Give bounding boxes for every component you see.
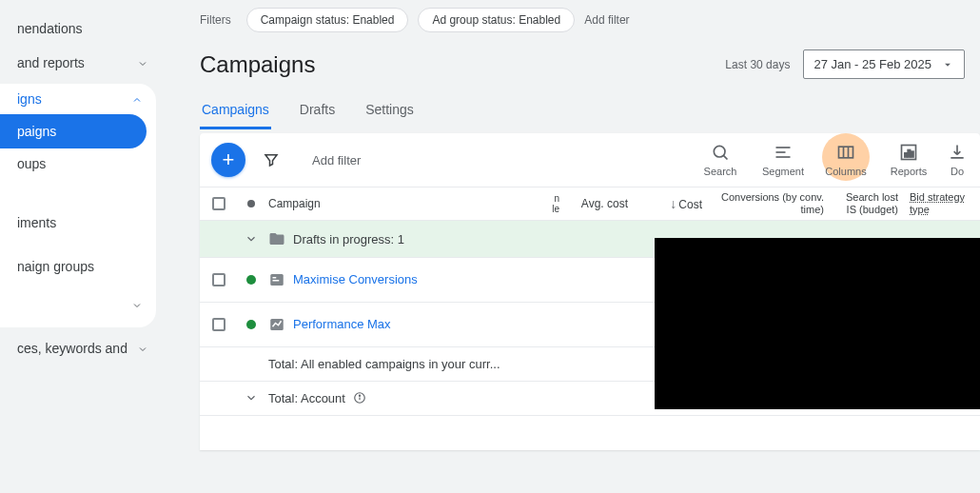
svg-rect-9 [905,153,908,157]
caret-down-icon [941,58,954,71]
sidebar-label: naign groups [17,259,94,274]
table-header-row: Campaign n le Avg. cost ↓Cost Conversion… [200,187,980,221]
search-icon [711,143,730,162]
expand-drafts-toggle[interactable] [242,229,261,248]
folder-icon [268,230,285,247]
col-cost[interactable]: ↓Cost [632,196,706,211]
col-avg-cost[interactable]: Avg. cost [565,197,632,210]
status-enabled-icon [246,275,256,285]
sidebar-item-campaigns-header[interactable]: igns [0,84,156,114]
campaign-type-search-icon [268,271,285,288]
total-account-label: Total: Account [268,391,345,405]
reports-button[interactable]: Reports [883,143,934,177]
svg-rect-3 [776,151,786,153]
tab-campaigns[interactable]: Campaigns [200,102,271,129]
svg-rect-11 [911,151,914,157]
segment-button[interactable]: Segment [757,143,809,177]
svg-line-1 [723,155,727,159]
tab-bar: Campaigns Drafts Settings [200,102,980,129]
filter-chip-adgroup-status[interactable]: Ad group status: Enabled [418,8,575,32]
col-conversions[interactable]: Conversions (by conv. time) [706,187,830,219]
reports-icon [899,143,918,162]
col-campaign[interactable]: Campaign [265,187,537,220]
columns-button[interactable]: Columns [820,143,872,177]
sidebar-label: oups [17,156,46,171]
new-campaign-button[interactable]: + [211,143,245,177]
campaign-name-link[interactable]: Performance Max [293,317,391,331]
sort-down-icon: ↓ [670,196,676,211]
chevron-down-icon [137,343,148,354]
svg-rect-5 [839,147,853,158]
sidebar: nendations and reports igns paigns oups … [0,0,162,493]
sidebar-item-experiments[interactable]: iments [0,207,156,238]
sidebar-label: paigns [17,124,56,139]
svg-rect-14 [273,280,280,282]
segment-icon [774,143,793,162]
col-search-lost-is[interactable]: Search lost IS (budget) [830,187,904,219]
row-checkbox[interactable] [212,318,225,331]
svg-rect-10 [908,150,911,158]
row-checkbox[interactable] [212,273,225,286]
chevron-up-icon [131,93,143,105]
sidebar-item-insights[interactable]: and reports [0,46,162,80]
svg-point-0 [714,146,725,157]
redacted-region [655,238,980,409]
download-icon [948,143,967,162]
sidebar-label: nendations [17,21,83,36]
sidebar-label: ces, keywords and [17,341,127,356]
campaign-type-pmax-icon [268,316,285,333]
main-content: Filters Campaign status: Enabled Ad grou… [162,0,980,493]
download-button[interactable]: Do [946,143,969,177]
page-title: Campaigns [200,51,315,78]
date-range-text: 27 Jan - 25 Feb 2025 [813,57,931,71]
expand-account-toggle[interactable] [242,388,261,407]
tool-label: Search [704,166,737,177]
table-toolbar: + Add filter Search Segment [200,133,980,187]
filter-bar: Filters Campaign status: Enabled Ad grou… [200,0,980,49]
info-icon[interactable] [353,391,366,404]
date-range-picker[interactable]: 27 Jan - 25 Feb 2025 [803,49,965,79]
sidebar-item-keywords[interactable]: ces, keywords and [0,331,162,365]
sidebar-item-ad-groups[interactable]: oups [0,148,156,179]
svg-point-18 [359,395,360,396]
tool-label: Reports [891,166,928,177]
sidebar-collapse[interactable] [0,291,156,318]
col-partial[interactable]: n le [537,193,565,214]
page-header: Campaigns Last 30 days 27 Jan - 25 Feb 2… [200,49,980,79]
sidebar-item-recommendations[interactable]: nendations [0,11,162,46]
toolbar-add-filter[interactable]: Add filter [312,153,361,168]
drafts-label: Drafts in progress: 1 [293,232,404,246]
sidebar-label: and reports [17,55,85,70]
filter-bar-label: Filters [200,13,231,27]
tool-label: Do [951,166,964,177]
date-range-label: Last 30 days [725,58,790,71]
filter-icon[interactable] [263,151,280,168]
tool-label: Segment [762,166,804,177]
status-enabled-icon [246,320,256,329]
tab-drafts[interactable]: Drafts [298,102,337,129]
sidebar-label: igns [17,91,42,107]
status-header-icon[interactable] [247,200,255,207]
tool-label: Columns [825,166,866,177]
sidebar-label: iments [17,215,56,230]
col-bid-strategy[interactable]: Bid strategy type [904,187,980,219]
select-all-checkbox[interactable] [212,197,225,210]
sidebar-group-campaigns: igns paigns oups iments naign groups [0,84,156,327]
svg-rect-4 [776,156,791,158]
chevron-down-icon [137,57,148,69]
add-filter-link[interactable]: Add filter [584,13,629,27]
search-button[interactable]: Search [695,143,746,177]
tab-settings[interactable]: Settings [363,102,416,129]
svg-rect-2 [776,147,791,148]
total-label: Total: All enabled campaigns in your cur… [268,357,500,371]
campaign-name-link[interactable]: Maximise Conversions [293,272,418,286]
columns-icon [836,143,855,162]
filter-chip-campaign-status[interactable]: Campaign status: Enabled [246,8,409,32]
sidebar-item-campaign-groups[interactable]: naign groups [0,251,156,282]
chevron-down-icon [131,299,143,310]
svg-rect-13 [273,277,277,279]
sidebar-item-campaigns-active[interactable]: paigns [0,114,147,148]
